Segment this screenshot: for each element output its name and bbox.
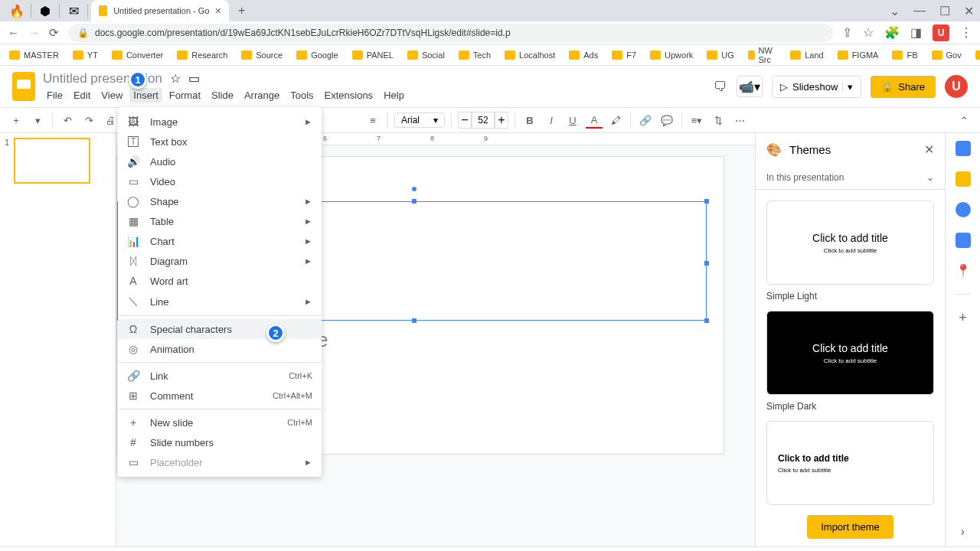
reload-icon[interactable]: ⟳ — [49, 26, 59, 40]
slides-logo-icon[interactable] — [12, 72, 35, 101]
in-presentation-row[interactable]: In this presentation ⌄ — [756, 166, 945, 190]
menu-item-diagram[interactable]: ᛞDiagram► — [118, 251, 322, 271]
profile-badge[interactable]: U — [933, 24, 949, 41]
close-window-icon[interactable]: ✕ — [964, 4, 974, 18]
theme-card-light[interactable]: Click to add title Click to add subtitle — [766, 201, 934, 285]
bookmark[interactable]: Converter — [112, 51, 163, 60]
bookmark[interactable]: Tech — [459, 51, 491, 60]
maximize-icon[interactable]: ☐ — [939, 4, 950, 18]
undo-button[interactable]: ↶ — [59, 112, 76, 129]
bold-button[interactable]: B — [521, 112, 538, 129]
redo-button[interactable]: ↷ — [80, 112, 97, 129]
menu-icon[interactable]: ⋮ — [960, 25, 972, 40]
new-slide-button[interactable]: + — [8, 112, 24, 129]
menu-item-special-characters[interactable]: ΩSpecial characters — [118, 319, 322, 339]
line-spacing-button[interactable]: ⇅ — [710, 112, 727, 129]
menu-item-wordart[interactable]: AWord art — [118, 271, 322, 291]
menu-item-slide-numbers[interactable]: #Slide numbers — [118, 432, 322, 452]
menu-item-image[interactable]: 🖼Image► — [118, 112, 322, 132]
bookmark[interactable]: Gov — [932, 51, 962, 60]
star-icon[interactable]: ☆ — [170, 71, 181, 86]
bookmark[interactable]: Ads — [569, 51, 598, 60]
link-button[interactable]: 🔗 — [637, 112, 654, 129]
ext-icon[interactable]: ⬢ — [34, 3, 56, 18]
bookmark[interactable]: FB — [892, 51, 917, 60]
theme-card-streamline[interactable]: Click to add title Click to add subtitle — [766, 421, 934, 505]
comment-button[interactable]: 💬 — [658, 112, 675, 129]
menu-arrange[interactable]: Arrange — [240, 88, 283, 103]
menu-view[interactable]: View — [97, 88, 126, 103]
comments-icon[interactable]: 🗨 — [714, 79, 727, 95]
collapse-toolbar-icon[interactable]: ⌃ — [956, 112, 972, 129]
chevron-down-icon[interactable]: ▾ — [842, 81, 853, 93]
menu-item-textbox[interactable]: 🅃Text box — [118, 132, 322, 152]
font-size-stepper[interactable]: − 52 + — [458, 112, 508, 129]
meet-button[interactable]: 📹▾ — [737, 76, 763, 97]
menu-file[interactable]: File — [43, 88, 67, 103]
bookmark[interactable]: Social — [407, 51, 445, 60]
menu-item-animation[interactable]: ◎Animation — [118, 339, 322, 359]
menu-item-new-slide[interactable]: +New slideCtrl+M — [118, 412, 322, 432]
bookmark[interactable]: Source — [241, 51, 283, 60]
share-button[interactable]: 🔒 Share — [871, 76, 936, 98]
ext-icon[interactable]: ✉ — [63, 3, 84, 18]
align-button[interactable]: ≡ — [364, 112, 381, 129]
account-avatar[interactable]: U — [945, 75, 968, 98]
forward-icon[interactable]: → — [28, 26, 40, 39]
menu-extensions[interactable]: Extensions — [321, 88, 377, 103]
bookmark[interactable]: Google — [296, 51, 338, 60]
chevron-down-icon[interactable]: ▾ — [29, 112, 46, 129]
contacts-icon[interactable] — [956, 233, 971, 248]
bookmark[interactable]: Upwork — [650, 51, 693, 60]
back-icon[interactable]: ← — [8, 26, 19, 39]
menu-slide[interactable]: Slide — [207, 88, 237, 103]
print-button[interactable]: 🖨 — [102, 112, 119, 129]
menu-item-comment[interactable]: ⊞CommentCtrl+Alt+M — [118, 386, 322, 406]
bookmark[interactable]: UG — [707, 51, 734, 60]
chevron-down-icon[interactable]: ⌄ — [890, 4, 900, 18]
slide-thumbnail[interactable] — [14, 138, 90, 184]
bookmark[interactable]: Elementor — [975, 51, 980, 60]
increase-size[interactable]: + — [495, 112, 508, 129]
bookmark[interactable]: Land — [790, 51, 823, 60]
tasks-icon[interactable] — [956, 202, 971, 217]
menu-item-line[interactable]: ＼Line► — [118, 291, 322, 312]
bookmark[interactable]: MASTER — [9, 51, 59, 60]
bookmark[interactable]: YT — [73, 51, 98, 60]
menu-item-table[interactable]: ▦Table► — [118, 211, 322, 231]
bookmark[interactable]: NW Src — [748, 46, 776, 64]
menu-item-chart[interactable]: 📊Chart► — [118, 231, 322, 251]
close-panel-icon[interactable]: ✕ — [924, 142, 934, 157]
underline-button[interactable]: U — [564, 112, 581, 129]
menu-item-link[interactable]: 🔗LinkCtrl+K — [118, 366, 322, 386]
chevron-right-icon[interactable]: › — [961, 525, 965, 539]
menu-item-shape[interactable]: ◯Shape► — [118, 191, 322, 211]
bookmark[interactable]: Localhost — [505, 51, 555, 60]
bookmark[interactable]: Research — [177, 51, 227, 60]
menu-edit[interactable]: Edit — [70, 88, 94, 103]
menu-tools[interactable]: Tools — [286, 88, 317, 103]
highlight-button[interactable]: 🖍 — [607, 112, 624, 129]
bookmark[interactable]: FIGMA — [838, 51, 879, 60]
calendar-icon[interactable] — [956, 141, 971, 156]
bookmark[interactable]: F7 — [612, 51, 636, 60]
theme-card-dark[interactable]: Click to add title Click to add subtitle — [766, 311, 934, 395]
url-input[interactable]: 🔒 docs.google.com/presentation/d/19wEa69… — [68, 24, 833, 42]
menu-format[interactable]: Format — [165, 88, 204, 103]
move-icon[interactable]: ▭ — [188, 71, 200, 86]
font-select[interactable]: Arial▾ — [394, 112, 445, 128]
close-tab-icon[interactable]: × — [215, 5, 221, 17]
text-color-button[interactable]: A — [586, 112, 603, 129]
font-size-value[interactable]: 52 — [472, 112, 495, 129]
bookmark[interactable]: PANEL — [352, 51, 394, 60]
new-tab-button[interactable]: + — [238, 4, 245, 18]
menu-help[interactable]: Help — [380, 88, 408, 103]
slideshow-button[interactable]: ▷ Slideshow ▾ — [772, 76, 861, 98]
italic-button[interactable]: I — [543, 112, 560, 129]
share-page-icon[interactable]: ⇪ — [842, 25, 852, 40]
minimize-icon[interactable]: — — [913, 4, 926, 18]
keep-icon[interactable] — [956, 171, 971, 187]
import-theme-button[interactable]: Import theme — [807, 515, 893, 539]
maps-icon[interactable]: 📍 — [956, 263, 971, 279]
browser-tab-active[interactable]: Untitled presentation - Google S × — [91, 0, 229, 21]
